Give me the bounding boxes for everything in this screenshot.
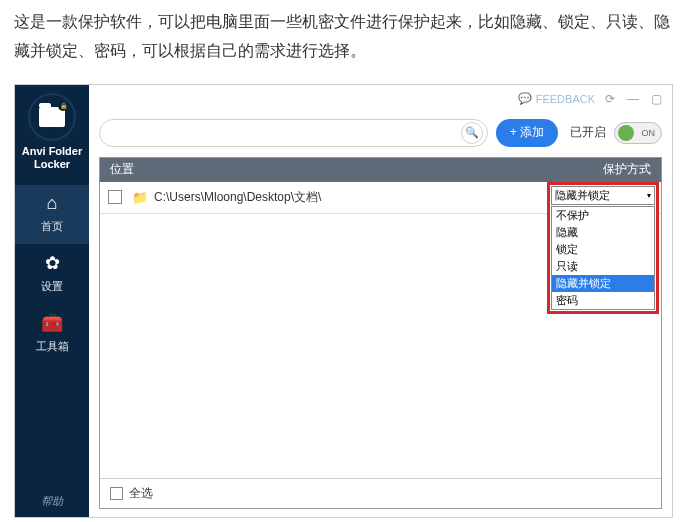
toggle-status-label: 已开启 (570, 124, 606, 141)
table-header: 位置 保护方式 (100, 158, 661, 182)
intro-paragraph: 这是一款保护软件，可以把电脑里面一些机密文件进行保护起来，比如隐藏、锁定、只读、… (0, 0, 687, 84)
column-method: 保护方式 (541, 161, 661, 178)
app-logo (28, 93, 76, 141)
minimize-icon[interactable]: — (625, 92, 641, 106)
dropdown-option-password[interactable]: 密码 (552, 292, 654, 309)
row-checkbox[interactable] (108, 190, 122, 204)
lock-icon (58, 101, 68, 111)
main-area: 💬 FEEDBACK ⟳ — ▢ 🔍 + 添加 已开启 ON 位置 保护方式 (89, 85, 672, 517)
feedback-link[interactable]: 💬 FEEDBACK (518, 92, 595, 105)
sidebar-item-label: 设置 (41, 280, 63, 292)
table-body: 📁 C:\Users\Mloong\Desktop\文档\ 隐藏并锁定 ▾ 隐藏… (100, 182, 661, 478)
sidebar-item-home[interactable]: ⌂ 首页 (15, 185, 89, 244)
search-icon[interactable]: 🔍 (461, 122, 483, 144)
sidebar-item-label: 工具箱 (36, 340, 69, 352)
column-location: 位置 (100, 161, 541, 178)
dropdown-option-list: 不保护 隐藏 锁定 只读 隐藏并锁定 密码 (551, 206, 655, 310)
row-path-text: C:\Users\Mloong\Desktop\文档\ (154, 189, 551, 206)
toolbar: 🔍 + 添加 已开启 ON (89, 113, 672, 157)
maximize-icon[interactable]: ▢ (649, 92, 664, 106)
select-all-label: 全选 (129, 485, 153, 502)
add-button[interactable]: + 添加 (496, 119, 558, 147)
app-name: Anvi Folder Locker (15, 145, 89, 171)
refresh-icon[interactable]: ⟳ (603, 92, 617, 106)
toggle-state-text: ON (642, 128, 656, 138)
window-controls: 💬 FEEDBACK ⟳ — ▢ (89, 85, 672, 113)
chevron-down-icon: ▾ (647, 191, 651, 200)
table-footer: 全选 (100, 478, 661, 508)
protection-dropdown-highlighted: 隐藏并锁定 ▾ 不保护 隐藏 锁定 只读 隐藏并锁定 密码 (547, 182, 659, 314)
sidebar-item-label: 首页 (41, 220, 63, 232)
dropdown-option-hide[interactable]: 隐藏 (552, 224, 654, 241)
sidebar: Anvi Folder Locker ⌂ 首页 ✿ 设置 🧰 工具箱 帮助 (15, 85, 89, 517)
chat-icon: 💬 (518, 92, 532, 105)
file-table: 位置 保护方式 📁 C:\Users\Mloong\Desktop\文档\ 隐藏… (99, 157, 662, 509)
sidebar-footer-help[interactable]: 帮助 (15, 486, 89, 517)
home-icon: ⌂ (15, 193, 89, 214)
sidebar-item-toolbox[interactable]: 🧰 工具箱 (15, 304, 89, 364)
toggle-knob (618, 125, 634, 141)
folder-icon: 📁 (132, 190, 148, 205)
sidebar-item-settings[interactable]: ✿ 设置 (15, 244, 89, 304)
dropdown-option-readonly[interactable]: 只读 (552, 258, 654, 275)
app-window: Anvi Folder Locker ⌂ 首页 ✿ 设置 🧰 工具箱 帮助 💬 … (14, 84, 673, 518)
toolbox-icon: 🧰 (15, 312, 89, 334)
gear-icon: ✿ (15, 252, 89, 274)
feedback-label: FEEDBACK (536, 93, 595, 105)
search-input-wrap: 🔍 (99, 119, 488, 147)
search-input[interactable] (112, 126, 461, 140)
dropdown-current-text: 隐藏并锁定 (555, 188, 610, 203)
select-all-checkbox[interactable] (110, 487, 123, 500)
enable-toggle[interactable]: ON (614, 122, 662, 144)
dropdown-option-none[interactable]: 不保护 (552, 207, 654, 224)
dropdown-current[interactable]: 隐藏并锁定 ▾ (551, 186, 655, 205)
dropdown-option-lock[interactable]: 锁定 (552, 241, 654, 258)
dropdown-option-hidelock[interactable]: 隐藏并锁定 (552, 275, 654, 292)
